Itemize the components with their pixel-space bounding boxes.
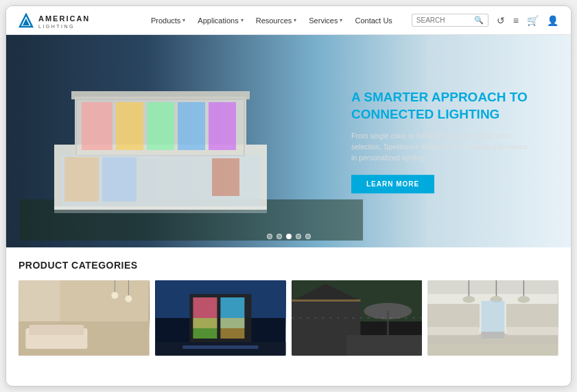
category-image-3 <box>292 280 423 356</box>
svg-point-48 <box>463 296 475 303</box>
svg-point-23 <box>111 292 118 299</box>
nav-services[interactable]: Services ▾ <box>309 16 342 25</box>
search-area[interactable]: 🔍 <box>412 14 488 27</box>
svg-rect-35 <box>182 345 258 349</box>
svg-rect-17 <box>212 158 239 196</box>
hero-overlay: A SMARTER APPROACH TO CONNECTED LIGHTING… <box>351 89 530 193</box>
slide-dots <box>267 234 311 239</box>
svg-point-25 <box>125 295 132 302</box>
category-image-2 <box>155 280 286 356</box>
svg-rect-26 <box>19 280 60 321</box>
chevron-down-icon: ▾ <box>294 17 296 23</box>
chevron-down-icon: ▾ <box>340 17 342 23</box>
cart-icon[interactable]: 🛒 <box>527 15 539 26</box>
slide-dot-3[interactable] <box>286 234 292 239</box>
svg-rect-53 <box>428 304 480 328</box>
list-icon[interactable]: ≡ <box>513 15 519 26</box>
hero-description: From single color to full RGB+Tunable Wh… <box>351 132 530 164</box>
category-image-1 <box>19 280 150 356</box>
nav-contact[interactable]: Contact Us <box>355 16 392 25</box>
chevron-down-icon: ▾ <box>241 17 244 23</box>
hero-title: A SMARTER APPROACH TO CONNECTED LIGHTING <box>351 89 530 123</box>
hero-house-image <box>20 49 363 241</box>
nav-resources[interactable]: Resources ▾ <box>256 16 297 25</box>
svg-rect-11 <box>178 102 205 150</box>
svg-rect-57 <box>428 327 480 335</box>
svg-point-52 <box>518 296 530 303</box>
svg-rect-60 <box>428 344 558 356</box>
nav-links: Products ▾ Applications ▾ Resources ▾ Se… <box>139 16 405 25</box>
svg-rect-8 <box>82 102 113 150</box>
header: AMERICAN LIGHTING Products ▾ Application… <box>6 6 571 35</box>
category-card-2[interactable] <box>155 280 286 356</box>
svg-rect-44 <box>292 299 360 302</box>
svg-rect-32 <box>193 318 217 339</box>
search-icon[interactable]: 🔍 <box>474 16 484 25</box>
nav-applications[interactable]: Applications ▾ <box>198 16 243 25</box>
categories-grid <box>19 280 558 356</box>
slide-dot-1[interactable] <box>267 234 272 239</box>
svg-rect-54 <box>507 304 558 328</box>
slide-dot-2[interactable] <box>276 234 282 239</box>
logo-text: AMERICAN LIGHTING <box>38 12 90 29</box>
svg-rect-58 <box>507 327 558 335</box>
hero-section: A SMARTER APPROACH TO CONNECTED LIGHTING… <box>6 35 571 247</box>
category-card-3[interactable] <box>292 280 423 356</box>
svg-rect-6 <box>71 91 250 99</box>
slide-dot-5[interactable] <box>305 234 311 239</box>
categories-title: PRODUCT CATEGORIES <box>19 260 558 271</box>
category-card-4[interactable] <box>427 280 558 356</box>
svg-rect-12 <box>209 102 236 150</box>
logo-icon <box>19 13 34 28</box>
nav-products[interactable]: Products ▾ <box>151 16 185 25</box>
svg-rect-59 <box>482 332 505 339</box>
categories-section: PRODUCT CATEGORIES <box>6 247 571 363</box>
header-icons: ↺ ≡ 🛒 👤 <box>497 15 558 26</box>
category-card-1[interactable] <box>19 280 150 356</box>
logo-area: AMERICAN LIGHTING <box>19 12 139 29</box>
svg-rect-14 <box>64 157 99 201</box>
browser-frame: AMERICAN LIGHTING Products ▾ Application… <box>5 5 572 387</box>
svg-rect-16 <box>54 206 267 213</box>
svg-rect-33 <box>220 318 244 339</box>
svg-rect-9 <box>116 102 143 150</box>
slide-dot-4[interactable] <box>296 234 301 239</box>
svg-rect-46 <box>428 280 558 294</box>
category-image-4 <box>427 280 558 356</box>
svg-rect-15 <box>102 157 137 201</box>
search-input[interactable] <box>416 16 471 24</box>
user-icon[interactable]: 👤 <box>547 15 558 26</box>
learn-more-button[interactable]: LEARN MORE <box>351 175 434 193</box>
svg-rect-10 <box>147 102 174 150</box>
chevron-down-icon: ▾ <box>182 17 185 23</box>
refresh-icon[interactable]: ↺ <box>497 15 505 26</box>
svg-rect-21 <box>29 325 84 335</box>
svg-rect-43 <box>346 335 422 356</box>
svg-rect-55 <box>482 301 505 332</box>
